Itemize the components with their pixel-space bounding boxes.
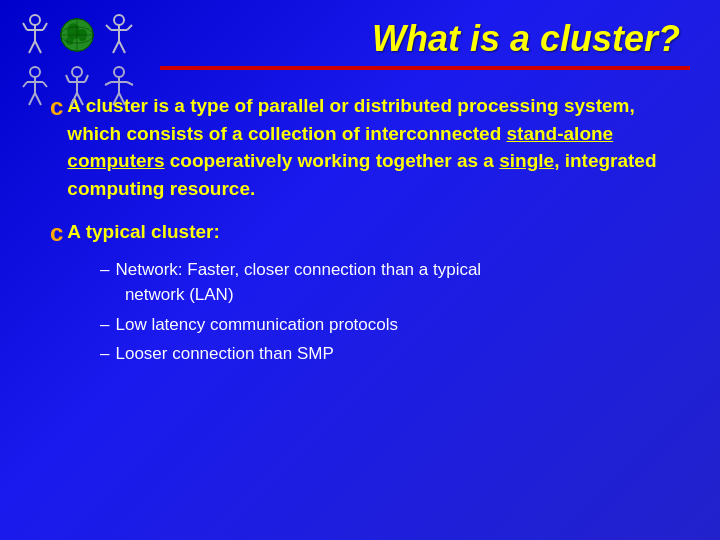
sub-bullet-3-text: Looser connection than SMP — [115, 341, 333, 367]
svg-line-33 — [77, 93, 83, 105]
person-icon-4 — [57, 62, 97, 112]
bullet-1-main: c A cluster is a type of parallel or dis… — [50, 92, 680, 202]
bullet-1-block: c A cluster is a type of parallel or dis… — [50, 92, 680, 202]
sub-bullet-2-dash: – — [100, 312, 109, 338]
svg-point-36 — [114, 67, 124, 77]
bullet-1-text: A cluster is a type of parallel or distr… — [67, 92, 680, 202]
svg-line-41 — [105, 82, 111, 85]
sub-bullet-1-dash: – — [100, 257, 109, 283]
sub-bullet-1-text: Network: Faster, closer connection than … — [115, 257, 481, 308]
bullet-2-char: c — [50, 216, 63, 251]
svg-point-22 — [30, 67, 40, 77]
sub-bullets-list: – Network: Faster, closer connection tha… — [50, 257, 680, 367]
content-area: c A cluster is a type of parallel or dis… — [0, 70, 720, 393]
sub-bullet-3-dash: – — [100, 341, 109, 367]
svg-line-32 — [71, 93, 77, 105]
bullet-2-main: c A typical cluster: — [50, 218, 680, 251]
svg-line-25 — [29, 93, 35, 105]
svg-line-42 — [127, 82, 133, 85]
svg-line-34 — [66, 75, 69, 82]
svg-line-28 — [43, 82, 47, 87]
person-icon-3 — [15, 62, 55, 112]
svg-line-35 — [85, 75, 88, 82]
svg-point-29 — [72, 67, 82, 77]
slide: What is a cluster? c A cluster is a type… — [0, 0, 720, 540]
svg-line-26 — [35, 93, 41, 105]
svg-line-39 — [113, 93, 119, 105]
sub-bullet-2: – Low latency communication protocols — [100, 312, 680, 338]
title-area: What is a cluster? — [30, 18, 690, 60]
sub-bullet-2-text: Low latency communication protocols — [115, 312, 398, 338]
bullet-2-text: A typical cluster: — [67, 218, 219, 246]
slide-title: What is a cluster? — [372, 18, 680, 59]
person-icon-5 — [99, 62, 139, 112]
sub-bullet-1: – Network: Faster, closer connection tha… — [100, 257, 680, 308]
underline-single: single — [499, 150, 554, 171]
header: What is a cluster? — [0, 0, 720, 60]
svg-line-27 — [23, 82, 27, 87]
svg-line-40 — [119, 93, 125, 105]
bullet-2-block: c A typical cluster: – Network: Faster, … — [50, 218, 680, 367]
sub-bullet-3: – Looser connection than SMP — [100, 341, 680, 367]
